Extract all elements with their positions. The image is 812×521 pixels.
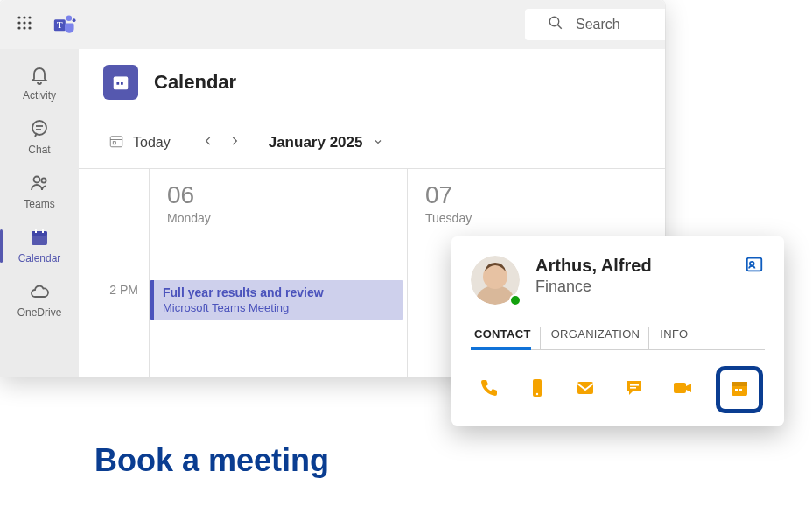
tab-organization[interactable]: ORGANIZATION	[548, 327, 650, 349]
chat-icon	[624, 377, 645, 402]
svg-point-36	[750, 262, 754, 266]
svg-rect-46	[739, 389, 742, 391]
page-title: Calendar	[154, 71, 236, 94]
calendar-icon	[28, 226, 51, 249]
svg-rect-30	[113, 141, 116, 144]
sidebar-item-chat[interactable]: Chat	[0, 110, 79, 165]
day-name: Tuesday	[425, 211, 648, 225]
nav-arrows	[195, 130, 248, 156]
svg-line-14	[557, 25, 562, 29]
sidebar-item-onedrive[interactable]: OneDrive	[0, 273, 79, 327]
svg-point-1	[23, 16, 25, 18]
presence-available-icon	[509, 294, 522, 306]
chat-icon	[28, 117, 51, 140]
sidebar-item-teams[interactable]: Teams	[0, 165, 79, 219]
day-number: 07	[425, 181, 648, 209]
calendar-header: Calendar	[79, 49, 665, 116]
svg-point-7	[23, 26, 25, 29]
avatar[interactable]	[471, 256, 520, 305]
chevron-right-icon	[228, 135, 241, 150]
svg-rect-41	[630, 387, 636, 389]
svg-rect-26	[116, 82, 119, 85]
call-button[interactable]	[472, 374, 504, 405]
calendar-today-icon	[108, 133, 133, 152]
video-button[interactable]	[667, 374, 698, 405]
time-label: 2 PM	[79, 283, 149, 297]
svg-point-6	[18, 26, 20, 29]
chevron-left-icon	[202, 135, 214, 150]
svg-point-12	[73, 18, 76, 22]
event-title: Full year results and review	[163, 285, 395, 299]
sidebar: Activity Chat Teams Calendar	[0, 49, 79, 377]
calendar-app-icon	[103, 65, 138, 100]
svg-point-13	[550, 17, 559, 26]
svg-point-38	[536, 393, 537, 395]
today-button[interactable]: Today	[103, 130, 176, 156]
calendar-icon	[729, 377, 750, 402]
people-icon	[28, 172, 51, 194]
contact-card-tabs: CONTACT ORGANIZATION INFO	[471, 327, 765, 350]
svg-point-0	[18, 16, 20, 18]
contact-name: Arthus, Alfred	[536, 256, 744, 276]
svg-rect-28	[110, 136, 122, 146]
contact-actions	[471, 366, 765, 413]
email-button[interactable]	[570, 374, 601, 405]
svg-point-15	[32, 121, 46, 135]
expand-card-button[interactable]	[744, 256, 765, 277]
svg-point-2	[28, 16, 31, 18]
svg-point-4	[23, 21, 25, 24]
contact-card-icon	[745, 255, 764, 278]
top-bar: T Search	[0, 0, 665, 49]
svg-rect-45	[735, 389, 738, 391]
svg-rect-21	[32, 231, 47, 236]
sidebar-item-label: Teams	[24, 198, 54, 210]
phone-icon	[478, 377, 499, 402]
sidebar-item-calendar[interactable]: Calendar	[0, 219, 79, 273]
caption-text: Book a meeting	[94, 442, 329, 479]
sidebar-item-label: Chat	[28, 144, 50, 156]
search-icon	[548, 15, 564, 34]
sidebar-item-label: OneDrive	[18, 306, 62, 319]
mobile-button[interactable]	[522, 374, 553, 405]
sidebar-item-label: Calendar	[18, 252, 61, 264]
svg-point-3	[18, 21, 20, 24]
sidebar-item-activity[interactable]: Activity	[0, 56, 79, 110]
bell-icon	[28, 63, 51, 86]
svg-rect-42	[674, 383, 686, 393]
next-button[interactable]	[221, 130, 248, 156]
today-label: Today	[133, 135, 171, 151]
chat-button[interactable]	[619, 374, 650, 405]
svg-point-8	[28, 26, 31, 29]
calendar-toolbar: Today January 2025	[79, 116, 665, 169]
svg-rect-40	[630, 384, 639, 386]
event-subtitle: Microsoft Teams Meeting	[163, 301, 395, 314]
svg-rect-27	[121, 82, 123, 85]
prev-button[interactable]	[195, 130, 221, 156]
book-meeting-highlight	[716, 366, 763, 413]
mobile-icon	[527, 377, 548, 402]
waffle-icon	[17, 15, 32, 34]
contact-card: Arthus, Alfred Finance CONTACT ORGANIZAT…	[452, 236, 784, 426]
book-meeting-button[interactable]	[722, 372, 757, 407]
month-label: January 2025	[269, 134, 363, 151]
chevron-down-icon	[362, 134, 383, 151]
calendar-event[interactable]: Full year results and review Microsoft T…	[150, 280, 403, 320]
search-box[interactable]: Search	[525, 9, 665, 40]
video-icon	[672, 377, 693, 402]
tab-label: ORGANIZATION	[551, 327, 640, 341]
svg-point-18	[34, 177, 40, 183]
svg-rect-44	[732, 382, 747, 386]
tab-label: CONTACT	[474, 327, 531, 341]
tab-info[interactable]: INFO	[656, 327, 696, 349]
contact-department: Finance	[536, 278, 744, 296]
cloud-icon	[28, 280, 51, 303]
day-name: Monday	[167, 211, 389, 225]
svg-point-19	[41, 178, 46, 182]
day-column[interactable]: 06 Monday Full year results and review M…	[149, 169, 407, 377]
app-launcher-button[interactable]	[7, 7, 42, 42]
tab-contact[interactable]: CONTACT	[471, 327, 541, 349]
search-placeholder: Search	[576, 17, 620, 32]
svg-point-11	[66, 15, 73, 21]
month-picker[interactable]: January 2025	[269, 134, 384, 151]
tab-label: INFO	[660, 327, 688, 341]
